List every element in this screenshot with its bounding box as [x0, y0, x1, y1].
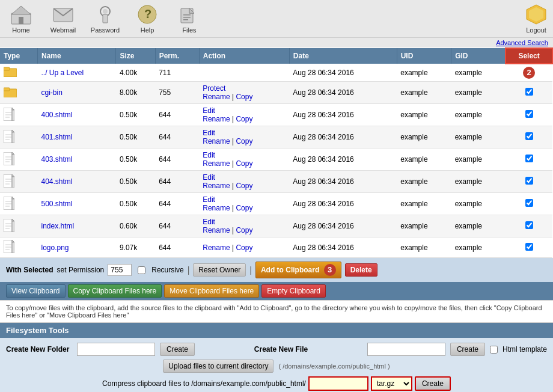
create-file-button[interactable]: Create — [450, 343, 485, 356]
cell-name[interactable]: 400.shtml — [37, 104, 115, 126]
action-link[interactable]: Copy — [236, 243, 252, 252]
cell-action[interactable]: EditRename | Copy — [199, 215, 289, 237]
cell-type — [0, 149, 37, 171]
cell-action[interactable]: EditRename | Copy — [199, 104, 289, 126]
cell-action[interactable] — [199, 64, 289, 82]
upload-button[interactable]: Upload files to current directory — [163, 360, 273, 373]
cell-action[interactable]: Rename | Copy — [199, 237, 289, 258]
delete-button[interactable]: Delete — [345, 263, 377, 277]
cell-uid: example — [397, 215, 451, 237]
copy-clipboard-button[interactable]: Copy Clipboard Files here — [68, 284, 162, 298]
row-checkbox[interactable] — [525, 88, 533, 96]
cell-name[interactable]: 404.shtml — [37, 171, 115, 193]
action-link[interactable]: Edit — [203, 106, 215, 115]
action-link[interactable]: Copy — [236, 115, 252, 123]
action-link[interactable]: Edit — [203, 151, 215, 159]
cell-name[interactable]: logo.png — [37, 237, 115, 258]
action-link[interactable]: Rename — [203, 137, 230, 145]
add-to-clipboard-button[interactable]: Add to Clipboard 3 — [255, 262, 341, 278]
cell-select[interactable] — [506, 126, 552, 149]
compress-format-select[interactable]: tar.gz zip tar.bz2 — [371, 376, 412, 391]
nav-logout[interactable]: Logout — [525, 4, 547, 34]
compress-create-button[interactable]: Create — [415, 376, 451, 391]
create-folder-button[interactable]: Create — [160, 343, 195, 356]
cell-select[interactable] — [506, 237, 552, 258]
create-folder-input[interactable] — [77, 343, 155, 356]
cell-type — [0, 126, 37, 149]
cell-uid: example — [397, 104, 451, 126]
cell-select[interactable] — [506, 82, 552, 104]
nav-help[interactable]: ? Help — [132, 4, 162, 34]
action-link[interactable]: Copy — [236, 182, 252, 190]
recursive-checkbox[interactable] — [138, 266, 145, 274]
advanced-search-bar[interactable]: Advanced Search — [0, 38, 553, 47]
row-checkbox[interactable] — [525, 155, 533, 162]
cell-select[interactable] — [506, 171, 552, 193]
action-link[interactable]: Rename — [203, 243, 230, 252]
svg-rect-52 — [12, 221, 14, 232]
cell-select[interactable]: 2 — [506, 64, 552, 82]
cell-size: 0.60k — [116, 215, 155, 237]
cell-name[interactable]: 403.shtml — [37, 149, 115, 171]
svg-rect-22 — [12, 110, 14, 121]
action-link[interactable]: Rename — [203, 159, 230, 168]
row-checkbox[interactable] — [525, 177, 533, 185]
cell-perm: 644 — [155, 126, 199, 149]
action-link[interactable]: Copy — [236, 93, 252, 101]
create-file-input[interactable] — [367, 343, 445, 356]
action-link[interactable]: Edit — [203, 129, 215, 137]
action-link[interactable]: Copy — [236, 137, 252, 145]
cell-action[interactable]: EditRename | Copy — [199, 171, 289, 193]
reset-owner-button[interactable]: Reset Owner — [193, 263, 246, 277]
cell-action[interactable]: EditRename | Copy — [199, 193, 289, 215]
action-link[interactable]: Rename — [203, 115, 230, 123]
col-select[interactable]: Select — [506, 48, 552, 64]
action-link[interactable]: Copy — [236, 159, 252, 168]
nav-files[interactable]: Files — [174, 4, 204, 34]
cell-action[interactable]: ProtectRename | Copy — [199, 82, 289, 104]
logout-icon — [525, 4, 547, 25]
row-checkbox[interactable] — [525, 110, 533, 118]
cell-select[interactable] — [506, 215, 552, 237]
action-link[interactable]: Rename — [203, 93, 230, 101]
cell-action[interactable]: EditRename | Copy — [199, 126, 289, 149]
col-size: Size — [116, 48, 155, 64]
action-link[interactable]: Copy — [236, 226, 252, 234]
cell-select[interactable] — [506, 104, 552, 126]
nav-password[interactable]: Password — [90, 4, 120, 34]
cell-name[interactable]: ../ Up a Level — [37, 64, 115, 82]
row-checkbox[interactable] — [525, 199, 533, 207]
action-link[interactable]: Edit — [203, 173, 215, 182]
row-checkbox[interactable] — [525, 132, 533, 140]
action-link[interactable]: Edit — [203, 218, 215, 226]
cell-name[interactable]: index.html — [37, 215, 115, 237]
sep1: | — [188, 265, 190, 275]
action-link[interactable]: Rename — [203, 182, 230, 190]
table-row: 403.shtml0.50k644EditRename | CopyAug 28… — [0, 149, 552, 171]
action-link[interactable]: Protect — [203, 84, 225, 93]
file-icon — [4, 152, 14, 165]
cell-select[interactable] — [506, 149, 552, 171]
nav-webmail[interactable]: Webmail — [48, 4, 78, 34]
file-icon — [4, 197, 14, 210]
action-link[interactable]: Rename — [203, 226, 230, 234]
compress-filename-input[interactable] — [308, 376, 368, 391]
cell-name[interactable]: 500.shtml — [37, 193, 115, 215]
action-link[interactable]: Copy — [236, 204, 252, 212]
cell-select[interactable] — [506, 193, 552, 215]
cell-action[interactable]: EditRename | Copy — [199, 149, 289, 171]
nav-home[interactable]: Home — [6, 4, 36, 34]
cell-name[interactable]: cgi-bin — [37, 82, 115, 104]
action-link[interactable]: Rename — [203, 204, 230, 212]
move-clipboard-button[interactable]: Move Clipboard Files here — [164, 284, 259, 298]
row-checkbox[interactable] — [525, 243, 533, 251]
advanced-search-link[interactable]: Advanced Search — [496, 39, 548, 46]
html-template-checkbox[interactable] — [490, 346, 498, 354]
row-checkbox[interactable] — [525, 221, 533, 229]
cell-uid: example — [397, 126, 451, 149]
empty-clipboard-button[interactable]: Empty Clipboard — [261, 284, 326, 298]
view-clipboard-button[interactable]: View Clipboard — [6, 284, 66, 298]
action-link[interactable]: Edit — [203, 195, 215, 204]
permission-input[interactable] — [108, 264, 132, 276]
cell-name[interactable]: 401.shtml — [37, 126, 115, 149]
